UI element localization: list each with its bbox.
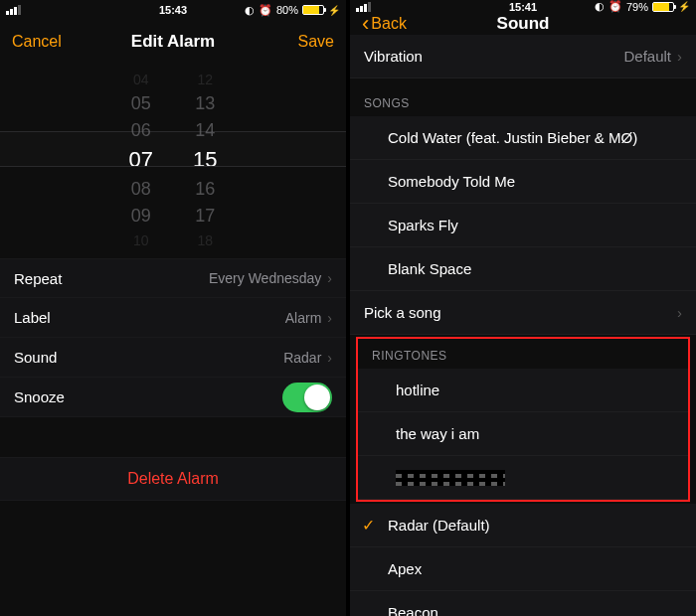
back-button[interactable]: ‹ Back [362, 13, 407, 35]
time-picker[interactable]: 04 05 06 07 08 09 10 12 13 14 15 16 17 1… [0, 64, 346, 234]
row-label[interactable]: Label Alarm› [0, 298, 346, 338]
song-item[interactable]: Sparks Fly [350, 204, 696, 247]
chevron-right-icon: › [677, 304, 682, 321]
save-button[interactable]: Save [298, 33, 334, 51]
chevron-right-icon: › [327, 310, 332, 326]
status-bar: 15:43 ◐ ⏰ 80% ⚡ [0, 0, 346, 20]
song-item[interactable]: Blank Space [350, 247, 696, 291]
row-label: Label [14, 309, 51, 326]
row-label: Repeat [14, 270, 62, 287]
cancel-button[interactable]: Cancel [12, 33, 62, 51]
chevron-right-icon: › [677, 48, 682, 65]
row-sound[interactable]: Sound Radar› [0, 338, 346, 378]
device-sound: 15:41 ◐ ⏰ 79% ⚡ ‹ Back Sound Vibration D… [350, 0, 696, 616]
row-repeat[interactable]: Repeat Every Wednesday› [0, 258, 346, 298]
battery-icon [302, 5, 324, 15]
ringtone-item[interactable]: ✓ Radar (Default) [350, 504, 696, 547]
chevron-left-icon: ‹ [362, 13, 369, 35]
ringtone-item[interactable]: hotline [358, 369, 688, 412]
status-time: 15:41 [350, 1, 696, 13]
chevron-right-icon: › [327, 350, 332, 366]
minute-wheel[interactable]: 12 13 14 15 16 17 18 [193, 72, 217, 234]
highlighted-ringtones: RINGTONES hotline the way i am [356, 337, 690, 502]
ringtone-item[interactable]: the way i am [358, 412, 688, 456]
checkmark-icon: ✓ [362, 516, 375, 535]
device-edit-alarm: 15:43 ◐ ⏰ 80% ⚡ Cancel Edit Alarm Save 0… [0, 0, 346, 616]
nav-bar: ‹ Back Sound [350, 13, 696, 35]
snooze-toggle[interactable] [282, 383, 332, 412]
section-header-songs: SONGS [350, 78, 696, 116]
status-bar: 15:41 ◐ ⏰ 79% ⚡ [350, 0, 696, 13]
redacted-text [396, 470, 505, 486]
ringtone-item-redacted[interactable] [358, 456, 688, 500]
row-vibration[interactable]: Vibration Default› [350, 35, 696, 78]
song-item[interactable]: Somebody Told Me [350, 160, 696, 204]
row-label: Vibration [364, 48, 423, 65]
ringtone-item[interactable]: Apex [350, 547, 696, 591]
pick-song-row[interactable]: Pick a song › [350, 291, 696, 335]
chevron-right-icon: › [327, 270, 332, 286]
row-label: Snooze [14, 388, 65, 405]
status-time: 15:43 [0, 4, 346, 16]
battery-icon [652, 2, 674, 12]
delete-alarm-button[interactable]: Delete Alarm [0, 457, 346, 501]
ringtone-item[interactable]: Beacon [350, 591, 696, 616]
alarm-options: Repeat Every Wednesday› Label Alarm› Sou… [0, 258, 346, 417]
song-item[interactable]: Cold Water (feat. Justin Bieber & MØ) [350, 116, 696, 160]
hour-wheel[interactable]: 04 05 06 07 08 09 10 [129, 72, 153, 234]
row-label: Sound [14, 349, 57, 366]
section-header-ringtones: RINGTONES [358, 339, 688, 369]
row-snooze: Snooze [0, 378, 346, 417]
nav-bar: Cancel Edit Alarm Save [0, 20, 346, 64]
